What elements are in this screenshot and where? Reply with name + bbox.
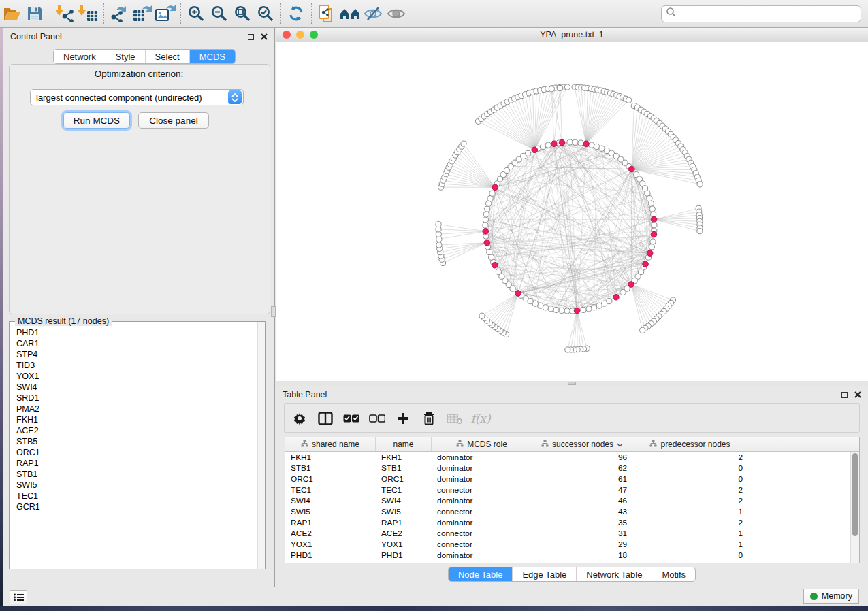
mcds-result-item[interactable]: PHD1 [16, 327, 255, 338]
export-image-icon[interactable] [154, 3, 177, 24]
zoom-out-icon[interactable] [208, 3, 231, 24]
mcds-result-item[interactable]: CAR1 [16, 338, 255, 349]
graph-dominator-node[interactable] [551, 141, 557, 147]
mcds-result-item[interactable]: PMA2 [16, 403, 255, 414]
graph-node[interactable] [525, 150, 530, 156]
graph-node[interactable] [578, 140, 583, 146]
tab-node-table[interactable]: Node Table [449, 567, 513, 581]
graph-node[interactable] [697, 182, 703, 187]
float-panel-icon[interactable] [248, 34, 254, 40]
graph-node[interactable] [650, 239, 656, 244]
tab-select[interactable]: Select [145, 50, 189, 63]
graph-dominator-node[interactable] [613, 294, 620, 300]
graph-node[interactable] [651, 212, 656, 217]
graph-node[interactable] [540, 144, 545, 149]
graph-dominator-node[interactable] [583, 141, 590, 147]
graph-node[interactable] [487, 249, 492, 254]
graph-node[interactable] [645, 191, 650, 196]
close-table-panel-icon[interactable] [854, 391, 861, 398]
graph-dominator-node[interactable] [515, 291, 521, 297]
table-row[interactable]: ORC1ORC1dominator610 [285, 474, 859, 484]
tab-network[interactable]: Network [54, 50, 106, 63]
mcds-result-item[interactable]: STP4 [16, 349, 255, 360]
table-scrollbar-thumb[interactable] [852, 453, 858, 536]
mcds-result-item[interactable]: FKH1 [16, 414, 255, 425]
table-row[interactable]: STB1STB1dominator620 [285, 463, 859, 474]
mcds-result-item[interactable]: YOX1 [16, 371, 255, 382]
mcds-result-item[interactable]: TID3 [16, 360, 255, 371]
graph-node[interactable] [479, 313, 485, 318]
graph-node[interactable] [483, 217, 488, 222]
graph-node[interactable] [589, 142, 594, 148]
table-row[interactable]: YOX1YOX1connector291 [285, 539, 859, 550]
graph-dominator-node[interactable] [492, 262, 498, 268]
open-network-document-icon[interactable] [315, 3, 338, 24]
search-neighbors-icon[interactable] [338, 3, 361, 24]
graph-dominator-node[interactable] [629, 166, 635, 172]
graph-node[interactable] [647, 196, 652, 201]
table-row[interactable]: ACE2ACE2connector311 [285, 528, 859, 539]
graph-dominator-node[interactable] [643, 261, 649, 267]
mcds-result-item[interactable]: ACE2 [16, 425, 255, 436]
mcds-result-list[interactable]: PHD1CAR1STP4TID3YOX1SWI4SRD1PMA2FKH1ACE2… [10, 325, 255, 566]
zoom-fit-icon[interactable] [231, 3, 254, 24]
column-header-predecessor-nodes[interactable]: predecessor nodes [632, 437, 748, 451]
graph-node[interactable] [485, 206, 490, 212]
graph-dominator-node[interactable] [574, 308, 580, 314]
graph-node[interactable] [436, 222, 441, 227]
delete-column-icon[interactable] [421, 410, 437, 427]
deselect-all-icon[interactable] [369, 410, 385, 427]
column-header-MCDS-role[interactable]: MCDS role [432, 437, 532, 451]
graph-dominator-node[interactable] [651, 231, 657, 237]
graph-node[interactable] [553, 307, 559, 312]
graph-node[interactable] [596, 303, 602, 308]
graph-node[interactable] [594, 144, 599, 149]
graph-node[interactable] [620, 289, 626, 295]
column-header-name[interactable]: name [376, 437, 432, 451]
float-table-panel-icon[interactable] [841, 392, 848, 398]
graph-node[interactable] [483, 222, 488, 228]
graph-node[interactable] [549, 86, 554, 92]
graph-node[interactable] [558, 85, 563, 90]
show-graphics-details-icon[interactable] [385, 3, 408, 24]
open-session-icon[interactable] [0, 3, 23, 24]
refresh-view-icon[interactable] [285, 3, 308, 24]
graph-node[interactable] [559, 308, 564, 313]
column-header-successor-nodes[interactable]: successor nodes [532, 437, 632, 451]
task-history-button[interactable] [10, 590, 27, 604]
mcds-result-item[interactable]: ORC1 [16, 447, 255, 458]
mcds-result-item[interactable]: RAP1 [16, 458, 255, 469]
graph-node[interactable] [567, 139, 573, 145]
graph-node[interactable] [489, 191, 495, 196]
run-mcds-button[interactable]: Run MCDS [63, 112, 130, 129]
mcds-result-item[interactable]: TEC1 [16, 491, 255, 501]
tab-network-table[interactable]: Network Table [576, 567, 652, 581]
criterion-dropdown[interactable]: largest connected component (undirected) [30, 89, 244, 105]
graph-dominator-node[interactable] [492, 184, 498, 191]
graph-node[interactable] [649, 244, 654, 250]
table-row[interactable]: SWI4SWI4dominator462 [285, 495, 859, 506]
column-header-shared-name[interactable]: shared name [285, 437, 376, 451]
graph-dominator-node[interactable] [559, 139, 565, 146]
graph-dominator-node[interactable] [647, 250, 653, 257]
export-table-icon[interactable] [131, 3, 154, 24]
graph-node[interactable] [652, 222, 657, 228]
graph-node[interactable] [648, 201, 654, 206]
graph-node[interactable] [461, 141, 466, 146]
vertical-splitter-handle[interactable] [271, 306, 276, 317]
graph-node[interactable] [436, 242, 442, 248]
tab-edge-table[interactable]: Edge Table [512, 567, 576, 581]
save-session-icon[interactable] [23, 3, 46, 24]
graph-dominator-node[interactable] [651, 216, 657, 222]
graph-node[interactable] [564, 308, 570, 314]
zoom-in-icon[interactable] [184, 3, 208, 24]
graph-node[interactable] [488, 254, 494, 260]
horizontal-splitter[interactable] [276, 381, 868, 386]
close-panel-button[interactable]: Close panel [138, 112, 209, 129]
graph-dominator-node[interactable] [484, 240, 490, 246]
mcds-result-item[interactable]: SWI5 [16, 480, 255, 491]
tab-mcds[interactable]: MCDS [189, 50, 235, 63]
table-row[interactable]: FKH1FKH1dominator962 [285, 452, 859, 463]
graph-node[interactable] [649, 206, 655, 212]
search-input[interactable] [677, 9, 856, 18]
